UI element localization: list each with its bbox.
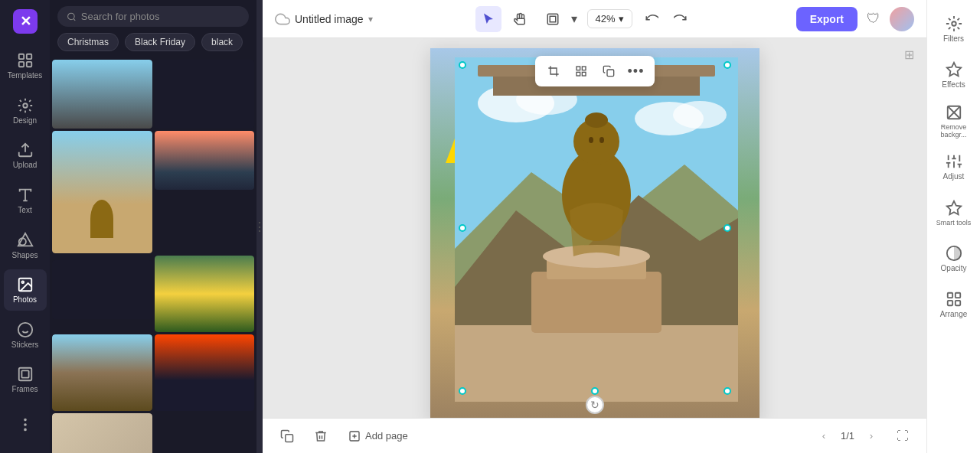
tag-black-friday[interactable]: Black Friday	[125, 33, 195, 51]
duplicate-page-button[interactable]	[275, 424, 299, 448]
arrange-button[interactable]: Arrange	[931, 283, 977, 326]
select-tool-button[interactable]	[475, 6, 501, 32]
duplicate-icon	[280, 429, 294, 443]
sidebar-item-stickers[interactable]: Stickers	[4, 314, 47, 356]
more-options-button[interactable]: •••	[624, 59, 648, 83]
svg-point-20	[24, 419, 26, 420]
svg-rect-68	[955, 301, 959, 305]
search-input-wrap[interactable]	[57, 6, 249, 27]
smart-tools-button[interactable]: Smart tools	[931, 191, 977, 234]
grid-button[interactable]	[569, 59, 593, 83]
search-input[interactable]	[81, 11, 240, 22]
handle-top-left[interactable]	[459, 61, 466, 69]
bottom-toolbar: Add page ‹ 1/1 › ⛶	[263, 418, 926, 453]
svg-point-14	[18, 322, 31, 336]
arrange-icon	[946, 291, 962, 308]
smart-tools-icon	[946, 200, 962, 217]
page-navigation: ‹ 1/1 ›	[813, 425, 882, 447]
delete-page-button[interactable]	[309, 424, 333, 448]
photo-thumb-dark[interactable]	[155, 60, 255, 129]
adjust-button[interactable]: Adjust	[931, 145, 977, 188]
adjust-label: Adjust	[943, 172, 965, 181]
add-page-button[interactable]: Add page	[342, 427, 414, 445]
sidebar-item-frames[interactable]: Frames	[4, 359, 47, 401]
zoom-value: 42%	[596, 13, 616, 24]
photos-panel: Christmas Black Friday black	[50, 0, 256, 453]
sidebar-item-design[interactable]: Design	[4, 90, 47, 132]
handle-middle-left[interactable]	[459, 224, 466, 232]
app-logo[interactable]: ✕	[11, 8, 39, 34]
arrange-label: Arrange	[940, 310, 968, 318]
svg-marker-53	[946, 63, 960, 76]
canvas-options-icon[interactable]: ⊞	[904, 47, 914, 62]
cloud-save-icon	[275, 11, 290, 27]
sidebar-item-text[interactable]: Text	[4, 180, 47, 222]
file-name-chevron[interactable]: ▾	[368, 14, 373, 24]
photo-thumb-dark2[interactable]	[52, 260, 152, 319]
tag-black[interactable]: black	[201, 33, 243, 51]
photo-thumb-mountain[interactable]	[52, 334, 152, 411]
file-name: Untitled image	[295, 13, 364, 25]
export-button[interactable]: Export	[796, 7, 858, 31]
remove-bg-label: Remove backgr...	[931, 123, 977, 139]
file-info: Untitled image ▾	[275, 11, 373, 27]
svg-point-22	[68, 13, 75, 20]
redo-button[interactable]	[668, 6, 694, 32]
handle-bottom-left[interactable]	[459, 387, 466, 395]
rotate-handle[interactable]: ↻	[586, 396, 604, 414]
smart-tools-label: Smart tools	[936, 219, 972, 226]
sidebar-item-templates[interactable]: Templates	[4, 45, 47, 87]
next-page-button[interactable]: ›	[861, 425, 882, 447]
svg-text:✕: ✕	[19, 14, 31, 29]
panel-resize-handle[interactable]: ⋮	[256, 0, 263, 453]
svg-point-43	[585, 112, 608, 128]
svg-rect-17	[18, 368, 31, 381]
remove-bg-button[interactable]: Remove backgr...	[931, 99, 977, 142]
filters-button[interactable]: Filters	[931, 8, 977, 51]
handle-top-right[interactable]	[724, 61, 731, 69]
filters-icon	[946, 15, 962, 32]
search-icon	[67, 11, 77, 22]
main-area: Untitled image ▾	[263, 0, 926, 453]
svg-point-6	[23, 103, 28, 108]
svg-point-13	[21, 281, 24, 283]
canvas-image-inner	[455, 57, 738, 402]
svg-rect-38	[531, 272, 662, 333]
sidebar-item-photos[interactable]: Photos	[4, 269, 47, 311]
hand-tool-button[interactable]	[508, 6, 534, 32]
photo-thumb-city2[interactable]	[155, 334, 255, 411]
sidebar-item-shapes[interactable]: Shapes	[4, 224, 47, 266]
sidebar-item-upload[interactable]: Upload	[4, 135, 47, 177]
canvas-selected-frame[interactable]: ↻	[461, 64, 729, 393]
user-avatar[interactable]	[890, 7, 914, 31]
handle-bottom-center[interactable]	[591, 387, 599, 395]
trash-icon	[314, 429, 328, 443]
frame-tool-chevron[interactable]: ▾	[567, 6, 581, 32]
fullscreen-button[interactable]: ⛶	[891, 425, 914, 448]
prev-page-button[interactable]: ‹	[813, 425, 835, 447]
frame-tool-button[interactable]	[540, 6, 566, 32]
undo-redo-group	[639, 6, 694, 32]
photo-thumb-buddha[interactable]	[52, 131, 152, 253]
undo-icon	[645, 12, 658, 26]
sidebar-item-more[interactable]	[4, 403, 47, 445]
zoom-control[interactable]: 42% ▾	[587, 9, 632, 28]
add-page-icon	[348, 430, 361, 442]
photos-grid	[50, 57, 256, 453]
canvas-bg[interactable]: ↻	[430, 48, 760, 418]
effects-button[interactable]: Effects	[931, 54, 977, 96]
photo-thumb-flowers[interactable]	[155, 256, 255, 332]
photo-thumb-city[interactable]	[155, 131, 255, 190]
crop-button[interactable]	[541, 59, 566, 83]
tag-christmas[interactable]: Christmas	[57, 33, 119, 51]
photo-thumb-fabric[interactable]	[52, 413, 152, 453]
opacity-button[interactable]: Opacity	[931, 237, 977, 280]
handle-bottom-right[interactable]	[724, 387, 731, 395]
photo-thumb-road[interactable]	[52, 60, 152, 129]
hand-icon	[514, 12, 528, 26]
shield-icon: 🛡	[867, 11, 880, 27]
copy-style-button[interactable]	[596, 59, 621, 83]
opacity-icon	[946, 245, 962, 262]
undo-button[interactable]	[639, 6, 665, 32]
handle-middle-right[interactable]	[724, 224, 731, 232]
